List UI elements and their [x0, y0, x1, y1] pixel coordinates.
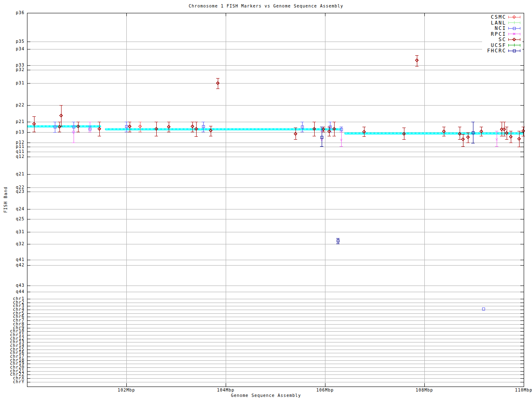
- y-tick-label: q12: [16, 154, 25, 159]
- legend-label: UCSF: [491, 42, 506, 48]
- axes: [27, 13, 524, 387]
- y-tick-label: p33: [16, 63, 25, 67]
- y-tick-label: chrY: [13, 379, 25, 384]
- y-tick-label: q41: [16, 257, 25, 262]
- x-axis-label: Genome Sequence Assembly: [0, 393, 532, 398]
- legend-label: FHCRC: [487, 48, 506, 54]
- legend-label: CSMC: [491, 14, 506, 20]
- y-tick-label: q44: [16, 289, 25, 294]
- y-tick-label: q43: [16, 283, 25, 288]
- x-tick-label: 110Mbp: [515, 388, 532, 392]
- series-NCI: [53, 122, 485, 310]
- y-tick-label: q25: [16, 217, 25, 221]
- y-tick-label: p11: [16, 144, 25, 149]
- y-tick-label: q32: [16, 241, 25, 246]
- y-tick-label: p13: [16, 130, 25, 134]
- y-axis-label: FISH Band: [3, 187, 8, 213]
- y-tick-label: q42: [16, 263, 25, 267]
- y-tick-label: p21: [16, 119, 25, 124]
- fish-marker-chart: p36p35p34p33p32p31p22p21p13p12p11q11q12q…: [0, 0, 532, 399]
- plot-canvas: p36p35p34p33p32p31p22p21p13p12p11q11q12q…: [0, 0, 532, 399]
- y-tick-label: q31: [16, 229, 25, 234]
- chart-title: Chromosome 1 FISH Markers vs Genome Sequ…: [0, 4, 532, 8]
- gridlines: [27, 13, 524, 387]
- x-tick-label: 106Mbp: [316, 388, 334, 392]
- y-tick-label: p34: [16, 47, 25, 51]
- y-tick-label: p36: [16, 10, 25, 15]
- y-tick-label: q24: [16, 207, 25, 211]
- y-tick-label: q21: [16, 172, 25, 176]
- legend-label: LANL: [491, 20, 506, 26]
- series-FHCRC: [320, 122, 475, 244]
- y-tick-label: q11: [16, 149, 25, 154]
- y-tick-label: q23: [16, 189, 25, 194]
- y-tick-label: p32: [16, 67, 25, 72]
- y-tick-label: p31: [16, 81, 25, 85]
- legend-label: SC: [499, 37, 506, 42]
- y-tick-label: p35: [16, 39, 25, 44]
- x-tick-label: 102Mbp: [118, 388, 135, 392]
- legend: CSMCLANLNCIRPCISCUCSFFHCRC: [482, 14, 522, 54]
- legend-label: NCI: [495, 25, 506, 31]
- assembly-track: [27, 126, 524, 135]
- legend-label: RPCI: [491, 31, 506, 37]
- x-tick-label: 108Mbp: [416, 388, 433, 392]
- y-tick-label: p22: [16, 103, 25, 107]
- x-tick-label: 104Mbp: [217, 388, 234, 392]
